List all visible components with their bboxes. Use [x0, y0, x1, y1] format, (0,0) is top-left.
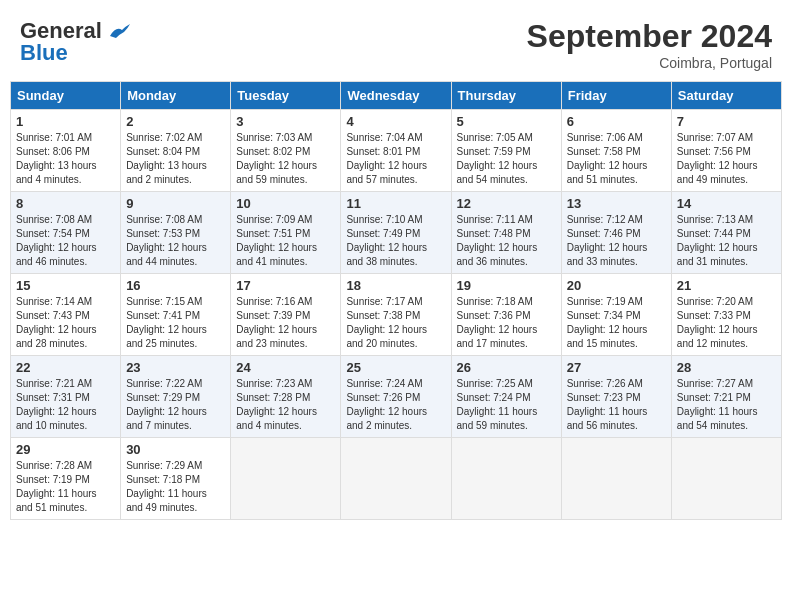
day-number: 10 — [236, 196, 335, 211]
table-row: 6 Sunrise: 7:06 AMSunset: 7:58 PMDayligh… — [561, 110, 671, 192]
day-number: 27 — [567, 360, 666, 375]
table-row: 3 Sunrise: 7:03 AMSunset: 8:02 PMDayligh… — [231, 110, 341, 192]
day-info: Sunrise: 7:22 AMSunset: 7:29 PMDaylight:… — [126, 378, 207, 431]
logo-blue: Blue — [20, 40, 68, 66]
table-row: 4 Sunrise: 7:04 AMSunset: 8:01 PMDayligh… — [341, 110, 451, 192]
day-number: 24 — [236, 360, 335, 375]
day-info: Sunrise: 7:19 AMSunset: 7:34 PMDaylight:… — [567, 296, 648, 349]
table-row: 15 Sunrise: 7:14 AMSunset: 7:43 PMDaylig… — [11, 274, 121, 356]
day-number: 22 — [16, 360, 115, 375]
day-number: 29 — [16, 442, 115, 457]
table-row: 17 Sunrise: 7:16 AMSunset: 7:39 PMDaylig… — [231, 274, 341, 356]
logo: General Blue — [20, 18, 130, 66]
day-number: 12 — [457, 196, 556, 211]
table-row: 22 Sunrise: 7:21 AMSunset: 7:31 PMDaylig… — [11, 356, 121, 438]
day-info: Sunrise: 7:09 AMSunset: 7:51 PMDaylight:… — [236, 214, 317, 267]
calendar-week-3: 15 Sunrise: 7:14 AMSunset: 7:43 PMDaylig… — [11, 274, 782, 356]
day-number: 18 — [346, 278, 445, 293]
day-info: Sunrise: 7:04 AMSunset: 8:01 PMDaylight:… — [346, 132, 427, 185]
day-info: Sunrise: 7:17 AMSunset: 7:38 PMDaylight:… — [346, 296, 427, 349]
table-row: 28 Sunrise: 7:27 AMSunset: 7:21 PMDaylig… — [671, 356, 781, 438]
table-row: 19 Sunrise: 7:18 AMSunset: 7:36 PMDaylig… — [451, 274, 561, 356]
day-info: Sunrise: 7:23 AMSunset: 7:28 PMDaylight:… — [236, 378, 317, 431]
day-info: Sunrise: 7:05 AMSunset: 7:59 PMDaylight:… — [457, 132, 538, 185]
table-row: 10 Sunrise: 7:09 AMSunset: 7:51 PMDaylig… — [231, 192, 341, 274]
day-number: 9 — [126, 196, 225, 211]
day-info: Sunrise: 7:29 AMSunset: 7:18 PMDaylight:… — [126, 460, 207, 513]
day-info: Sunrise: 7:15 AMSunset: 7:41 PMDaylight:… — [126, 296, 207, 349]
col-wednesday: Wednesday — [341, 82, 451, 110]
day-info: Sunrise: 7:27 AMSunset: 7:21 PMDaylight:… — [677, 378, 758, 431]
day-info: Sunrise: 7:18 AMSunset: 7:36 PMDaylight:… — [457, 296, 538, 349]
table-row: 1 Sunrise: 7:01 AMSunset: 8:06 PMDayligh… — [11, 110, 121, 192]
month-title: September 2024 — [527, 18, 772, 55]
day-info: Sunrise: 7:28 AMSunset: 7:19 PMDaylight:… — [16, 460, 97, 513]
calendar-table: Sunday Monday Tuesday Wednesday Thursday… — [10, 81, 782, 520]
day-info: Sunrise: 7:26 AMSunset: 7:23 PMDaylight:… — [567, 378, 648, 431]
table-row: 18 Sunrise: 7:17 AMSunset: 7:38 PMDaylig… — [341, 274, 451, 356]
col-thursday: Thursday — [451, 82, 561, 110]
table-row — [231, 438, 341, 520]
day-number: 30 — [126, 442, 225, 457]
day-info: Sunrise: 7:02 AMSunset: 8:04 PMDaylight:… — [126, 132, 207, 185]
day-number: 14 — [677, 196, 776, 211]
day-number: 3 — [236, 114, 335, 129]
day-info: Sunrise: 7:20 AMSunset: 7:33 PMDaylight:… — [677, 296, 758, 349]
table-row: 21 Sunrise: 7:20 AMSunset: 7:33 PMDaylig… — [671, 274, 781, 356]
day-info: Sunrise: 7:10 AMSunset: 7:49 PMDaylight:… — [346, 214, 427, 267]
table-row: 23 Sunrise: 7:22 AMSunset: 7:29 PMDaylig… — [121, 356, 231, 438]
day-number: 21 — [677, 278, 776, 293]
table-row: 5 Sunrise: 7:05 AMSunset: 7:59 PMDayligh… — [451, 110, 561, 192]
col-tuesday: Tuesday — [231, 82, 341, 110]
day-info: Sunrise: 7:08 AMSunset: 7:53 PMDaylight:… — [126, 214, 207, 267]
day-number: 5 — [457, 114, 556, 129]
day-info: Sunrise: 7:12 AMSunset: 7:46 PMDaylight:… — [567, 214, 648, 267]
day-number: 7 — [677, 114, 776, 129]
col-sunday: Sunday — [11, 82, 121, 110]
table-row: 11 Sunrise: 7:10 AMSunset: 7:49 PMDaylig… — [341, 192, 451, 274]
table-row: 25 Sunrise: 7:24 AMSunset: 7:26 PMDaylig… — [341, 356, 451, 438]
table-row — [451, 438, 561, 520]
day-number: 20 — [567, 278, 666, 293]
table-row: 13 Sunrise: 7:12 AMSunset: 7:46 PMDaylig… — [561, 192, 671, 274]
day-number: 1 — [16, 114, 115, 129]
table-row: 29 Sunrise: 7:28 AMSunset: 7:19 PMDaylig… — [11, 438, 121, 520]
day-number: 8 — [16, 196, 115, 211]
day-number: 23 — [126, 360, 225, 375]
col-monday: Monday — [121, 82, 231, 110]
day-number: 17 — [236, 278, 335, 293]
day-number: 26 — [457, 360, 556, 375]
table-row: 14 Sunrise: 7:13 AMSunset: 7:44 PMDaylig… — [671, 192, 781, 274]
calendar-week-4: 22 Sunrise: 7:21 AMSunset: 7:31 PMDaylig… — [11, 356, 782, 438]
calendar-week-2: 8 Sunrise: 7:08 AMSunset: 7:54 PMDayligh… — [11, 192, 782, 274]
day-number: 28 — [677, 360, 776, 375]
day-info: Sunrise: 7:08 AMSunset: 7:54 PMDaylight:… — [16, 214, 97, 267]
day-info: Sunrise: 7:25 AMSunset: 7:24 PMDaylight:… — [457, 378, 538, 431]
table-row: 27 Sunrise: 7:26 AMSunset: 7:23 PMDaylig… — [561, 356, 671, 438]
table-row: 9 Sunrise: 7:08 AMSunset: 7:53 PMDayligh… — [121, 192, 231, 274]
table-row: 7 Sunrise: 7:07 AMSunset: 7:56 PMDayligh… — [671, 110, 781, 192]
day-number: 11 — [346, 196, 445, 211]
day-info: Sunrise: 7:21 AMSunset: 7:31 PMDaylight:… — [16, 378, 97, 431]
day-number: 6 — [567, 114, 666, 129]
page-header: General Blue September 2024 Coimbra, Por… — [10, 10, 782, 75]
table-row — [341, 438, 451, 520]
table-row: 12 Sunrise: 7:11 AMSunset: 7:48 PMDaylig… — [451, 192, 561, 274]
day-info: Sunrise: 7:06 AMSunset: 7:58 PMDaylight:… — [567, 132, 648, 185]
day-number: 4 — [346, 114, 445, 129]
day-number: 13 — [567, 196, 666, 211]
table-row — [561, 438, 671, 520]
calendar-header-row: Sunday Monday Tuesday Wednesday Thursday… — [11, 82, 782, 110]
day-info: Sunrise: 7:01 AMSunset: 8:06 PMDaylight:… — [16, 132, 97, 185]
day-number: 15 — [16, 278, 115, 293]
day-number: 19 — [457, 278, 556, 293]
day-number: 16 — [126, 278, 225, 293]
day-info: Sunrise: 7:13 AMSunset: 7:44 PMDaylight:… — [677, 214, 758, 267]
calendar-week-5: 29 Sunrise: 7:28 AMSunset: 7:19 PMDaylig… — [11, 438, 782, 520]
col-saturday: Saturday — [671, 82, 781, 110]
col-friday: Friday — [561, 82, 671, 110]
calendar-week-1: 1 Sunrise: 7:01 AMSunset: 8:06 PMDayligh… — [11, 110, 782, 192]
location: Coimbra, Portugal — [527, 55, 772, 71]
day-info: Sunrise: 7:14 AMSunset: 7:43 PMDaylight:… — [16, 296, 97, 349]
title-block: September 2024 Coimbra, Portugal — [527, 18, 772, 71]
